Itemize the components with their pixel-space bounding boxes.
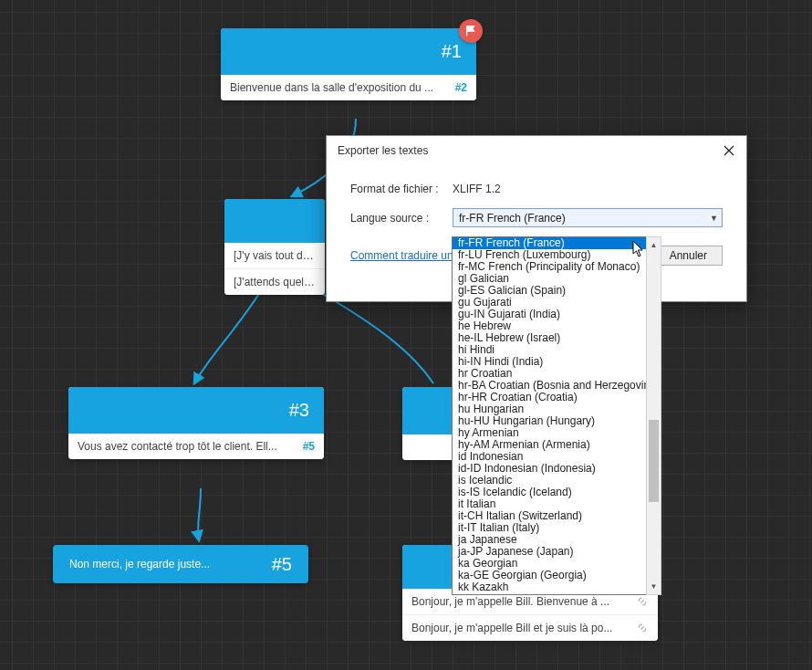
node-bottom-row-0-text: Bonjour, je m'appelle Bill. Bienvenue à … [411,595,629,608]
node-1-row-badge: #2 [455,81,467,94]
node-2[interactable]: [J'y vais tout de su [J'attends quelque [224,199,325,295]
dialog-title-text: Exporter les textes [338,144,428,157]
language-select[interactable]: fr-FR French (France) ▼ [453,208,723,227]
language-select-value: fr-FR French (France) [459,212,566,225]
dialog-titlebar: Exporter les textes [327,136,746,166]
node-1-header: #1 [221,28,476,75]
link-icon [636,595,649,608]
language-label: Langue source : [350,212,453,225]
format-label: Format de fichier : [350,183,453,195]
close-icon[interactable] [723,144,735,157]
node-2-header [224,199,325,243]
node-3-row-badge: #5 [303,440,315,453]
node-3[interactable]: #3 Vous avez contacté trop tôt le client… [68,387,324,459]
language-row: Langue source : fr-FR French (France) ▼ [350,208,723,227]
language-dropdown[interactable]: fr-FR French (France)fr-LU French (Luxem… [452,236,661,595]
format-value: XLIFF 1.2 [453,183,501,195]
choice-node-5[interactable]: Non merci, je regarde juste... #5 [53,545,308,583]
choice-5-num: #5 [272,554,292,575]
link-icon [636,622,649,634]
scroll-up-button[interactable]: ▲ [647,237,661,253]
node-1-num: #1 [442,41,462,61]
node-3-row-text: Vous avez contacté trop tôt le client. E… [78,440,296,453]
node-3-header: #3 [68,387,324,434]
scrollbar[interactable]: ▲ ▼ [646,236,661,595]
choice-5-text: Non merci, je regarde juste... [69,558,210,571]
node-3-row[interactable]: Vous avez contacté trop tôt le client. E… [68,434,324,459]
node-1[interactable]: #1 Bienvenue dans la salle d'exposition … [221,28,476,100]
scroll-thumb[interactable] [649,420,659,502]
flag-icon [459,19,483,43]
chevron-down-icon: ▼ [710,214,718,223]
node-1-row-text: Bienvenue dans la salle d'exposition du … [230,81,448,94]
node-1-row[interactable]: Bienvenue dans la salle d'exposition du … [221,75,476,100]
cancel-button[interactable]: Annuler [654,246,723,266]
dropdown-item[interactable]: kk Kazakh [453,581,661,593]
node-2-row-1[interactable]: [J'attends quelque [224,268,325,295]
scroll-down-button[interactable]: ▼ [647,579,661,594]
node-2-row-0[interactable]: [J'y vais tout de su [224,243,325,268]
node-bottom-row-1-text: Bonjour, je m'appelle Bill et je suis là… [411,622,629,634]
format-row: Format de fichier : XLIFF 1.2 [350,183,723,195]
node-2-row-0-text: [J'y vais tout de su [234,249,316,262]
dialog-body: Format de fichier : XLIFF 1.2 Langue sou… [327,166,746,246]
node-bottom-row-1[interactable]: Bonjour, je m'appelle Bill et je suis là… [402,614,658,641]
node-2-row-1-text: [J'attends quelque [234,276,316,288]
node-3-num: #3 [289,400,309,420]
